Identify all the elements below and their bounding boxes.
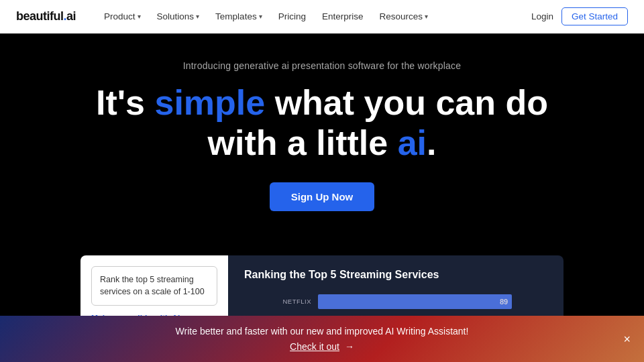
nav-item-pricing[interactable]: Pricing bbox=[272, 7, 313, 25]
nav-item-product[interactable]: Product ▾ bbox=[97, 7, 148, 25]
notification-line1: Write better and faster with our new and… bbox=[27, 324, 617, 339]
nav-item-templates[interactable]: Templates ▾ bbox=[209, 7, 269, 25]
nav-item-enterprise[interactable]: Enterprise bbox=[315, 7, 370, 25]
sign-up-now-button[interactable]: Sign Up Now bbox=[270, 182, 375, 211]
nav-item-solutions[interactable]: Solutions ▾ bbox=[150, 7, 207, 25]
nav-label-resources: Resources bbox=[379, 11, 423, 21]
chevron-down-icon: ▾ bbox=[196, 13, 199, 20]
chevron-down-icon: ▾ bbox=[259, 13, 262, 20]
chart-label-netflix: NETFLIX bbox=[244, 298, 311, 305]
chevron-down-icon: ▾ bbox=[138, 13, 141, 20]
nav-label-enterprise: Enterprise bbox=[322, 11, 364, 21]
nav-label-product: Product bbox=[104, 11, 136, 21]
navbar: beautiful.ai Product ▾ Solutions ▾ Templ… bbox=[0, 0, 644, 34]
hero-title-part2: what you can do bbox=[265, 83, 548, 122]
notification-banner: Write better and faster with our new and… bbox=[0, 316, 644, 362]
nav-item-resources[interactable]: Resources ▾ bbox=[372, 7, 435, 25]
hero-title-part1: It's bbox=[96, 83, 155, 122]
prompt-box[interactable]: Rank the top 5 streaming services on a s… bbox=[91, 266, 217, 306]
notification-link[interactable]: Check it out bbox=[290, 341, 339, 352]
hero-title: It's simple what you can do with a littl… bbox=[13, 83, 631, 164]
notification-text: Write better and faster with our new and… bbox=[27, 324, 617, 354]
nav-label-templates: Templates bbox=[215, 11, 257, 21]
chevron-down-icon: ▾ bbox=[425, 13, 428, 20]
chart-title: Ranking the Top 5 Streaming Services bbox=[244, 269, 547, 281]
hero-subtitle: Introducing generative ai presentation s… bbox=[13, 60, 631, 71]
get-started-button[interactable]: Get Started bbox=[561, 7, 628, 25]
hero-highlight-ai: ai bbox=[398, 123, 427, 162]
chart-row-netflix: NETFLIX 89 bbox=[244, 294, 547, 309]
nav-right: Login Get Started bbox=[531, 7, 628, 25]
chart-value-netflix: 89 bbox=[500, 298, 508, 306]
notification-close-button[interactable]: × bbox=[623, 333, 631, 345]
login-button[interactable]: Login bbox=[531, 11, 553, 21]
notification-line2: Check it out → bbox=[27, 339, 617, 354]
chart-bar-container-netflix: 89 bbox=[318, 294, 547, 309]
nav-label-pricing: Pricing bbox=[278, 11, 306, 21]
hero-title-part3: with a little bbox=[208, 123, 398, 162]
chart-bar-netflix: 89 bbox=[318, 294, 512, 309]
hero-highlight-simple: simple bbox=[154, 83, 265, 122]
notification-arrow: → bbox=[345, 341, 354, 352]
hero-title-dot: . bbox=[427, 123, 436, 162]
nav-links: Product ▾ Solutions ▾ Templates ▾ Pricin… bbox=[97, 7, 531, 25]
page-wrapper: beautiful.ai Product ▾ Solutions ▾ Templ… bbox=[0, 0, 644, 362]
nav-label-solutions: Solutions bbox=[157, 11, 195, 21]
logo[interactable]: beautiful.ai bbox=[16, 9, 76, 23]
hero-section: Introducing generative ai presentation s… bbox=[0, 34, 644, 255]
